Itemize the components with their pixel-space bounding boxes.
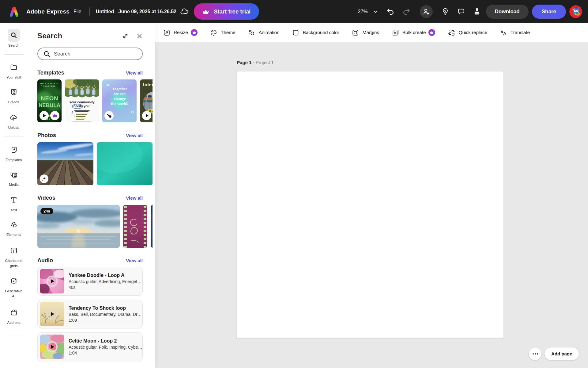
margins-icon — [352, 29, 360, 36]
rail-item-brands[interactable]: Brands — [0, 86, 28, 105]
undo-button[interactable] — [386, 7, 395, 16]
audio-view-all-link[interactable]: View all — [126, 258, 143, 263]
rail-item-generative-ai[interactable]: Generative AI — [0, 274, 28, 299]
rail-divider — [4, 334, 24, 334]
rail-item-your-stuff[interactable]: Your stuff — [0, 61, 28, 80]
document-title[interactable]: Untitled - June 09, 2025 at 16.26.52 — [96, 9, 176, 14]
trial-label: Start free trial — [214, 8, 251, 15]
template-card-interrail[interactable]: Interr Ber tr — [140, 79, 153, 122]
topbar-divider — [89, 8, 90, 16]
rail-item-upload[interactable]: Upload — [0, 111, 28, 130]
template-card-neon-nebula[interactable]: ONLY IN SELECT THEATERS NEON NEBULA CTOB… — [37, 79, 62, 122]
share-button[interactable]: Share — [532, 5, 566, 19]
toolbar-resize-button[interactable]: Resize — [163, 29, 198, 36]
rail-item-templates[interactable]: Templates — [0, 143, 28, 163]
rail-item-add-ons[interactable]: Add-ons — [0, 306, 28, 325]
toolbar-animation-button[interactable]: Animation — [248, 29, 280, 36]
search-input-icon — [43, 50, 51, 58]
rail-item-media[interactable]: Media — [0, 168, 28, 187]
video-card-seascape[interactable]: 24s — [37, 205, 120, 248]
audio-tags: Acoustic guitar, Advertising, Energet… — [69, 279, 141, 284]
download-button[interactable]: Download — [486, 5, 529, 19]
resize-icon — [163, 29, 171, 36]
invite-people-button[interactable] — [420, 5, 433, 18]
comments-button[interactable] — [457, 7, 466, 16]
video-card-blue[interactable] — [151, 205, 153, 248]
rail-item-search[interactable]: Search — [0, 29, 28, 48]
crown-icon — [202, 8, 210, 16]
chevron-down-icon — [373, 9, 378, 14]
audio-tags: Bass, Bell, Documentary, Drama, Dr… — [69, 312, 142, 317]
svg-text:NEBULA: NEBULA — [39, 102, 60, 108]
animated-template-badge — [104, 111, 114, 120]
toolbar-bulk-create-button[interactable]: Bulk create — [391, 29, 435, 36]
templates-icon — [8, 143, 20, 156]
toolbar-margins-button[interactable]: Margins — [352, 29, 379, 36]
file-menu[interactable]: File — [74, 9, 81, 14]
videos-view-all-link[interactable]: View all — [126, 195, 143, 201]
video-play-badge — [40, 111, 49, 120]
generative-badge — [40, 174, 48, 183]
audio-play-button[interactable] — [46, 341, 58, 353]
rail-divider — [4, 136, 24, 136]
beta-flask-button[interactable] — [473, 7, 482, 16]
audio-play-button[interactable] — [46, 308, 58, 320]
audio-duration: 1:09 — [69, 318, 142, 323]
photo-card-deck[interactable] — [37, 142, 93, 185]
redo-button[interactable] — [402, 7, 411, 16]
adobe-express-logo[interactable] — [9, 6, 20, 17]
videos-section-title: Videos — [37, 195, 55, 201]
zoom-control[interactable]: 27% — [358, 9, 378, 14]
svg-text:“: “ — [106, 83, 109, 90]
rail-item-text[interactable]: Text — [0, 194, 28, 213]
audio-thumbnail — [40, 335, 64, 359]
svg-text:change: change — [114, 96, 126, 101]
toolbar-theme-button[interactable]: Theme — [210, 29, 236, 36]
expand-panel-icon[interactable] — [122, 33, 129, 39]
toolbar-background-color-button[interactable]: Background color — [292, 29, 339, 36]
svg-text:the world!: the world! — [111, 101, 128, 106]
cloud-sync-icon[interactable] — [179, 7, 189, 17]
audio-card[interactable]: Celtic Moon - Loop 2 Acoustic guitar, Fo… — [37, 332, 143, 361]
audio-list: Yankee Doodle - Loop A Acoustic guitar, … — [37, 267, 143, 365]
start-free-trial-button[interactable]: Start free trial — [194, 3, 259, 20]
close-panel-icon[interactable] — [136, 33, 143, 39]
rail-item-charts[interactable]: Charts and grids — [0, 244, 28, 268]
account-avatar[interactable] — [569, 5, 582, 18]
canvas-toolbar: Resize Theme Anim — [153, 23, 588, 42]
templates-view-all-link[interactable]: View all — [126, 70, 143, 75]
template-card-community[interactable]: Your community needs you! — [65, 79, 99, 122]
photos-view-all-link[interactable]: View all — [126, 133, 143, 138]
panel-title: Search — [37, 32, 62, 40]
audio-thumbnail — [40, 302, 64, 326]
add-page-button[interactable]: Add page — [545, 347, 579, 360]
photo-card-teal[interactable] — [97, 142, 153, 185]
premium-template-badge — [50, 111, 59, 120]
premium-crown-badge — [191, 29, 198, 36]
add-ons-icon — [8, 306, 20, 319]
search-input-box[interactable] — [37, 48, 143, 60]
page-label: Page 1 - Project 1 — [237, 60, 274, 65]
ideas-button[interactable] — [441, 7, 450, 16]
template-card-together[interactable]: “ Together we can change the world! ” — [102, 79, 137, 122]
search-input[interactable] — [54, 51, 130, 57]
app-name: Adobe Express — [26, 8, 70, 15]
rail-item-elements[interactable]: Elements — [0, 218, 28, 237]
toolbar-translate-button[interactable]: Translate — [499, 29, 530, 36]
audio-card[interactable]: Tendency To Shock loop Bass, Bell, Docum… — [37, 300, 143, 328]
svg-text:Interr: Interr — [142, 82, 153, 87]
audio-play-button[interactable] — [46, 275, 58, 287]
video-duration-badge: 24s — [40, 208, 53, 214]
audio-title: Celtic Moon - Loop 2 — [69, 338, 142, 344]
elements-icon — [8, 218, 20, 231]
toolbar-quick-replace-button[interactable]: Quick replace — [447, 29, 487, 36]
video-card-filmstrip[interactable] — [123, 205, 147, 248]
design-page[interactable] — [237, 71, 503, 338]
folder-icon — [8, 61, 20, 74]
translate-icon — [499, 29, 507, 36]
audio-card[interactable]: Yankee Doodle - Loop A Acoustic guitar, … — [37, 267, 143, 296]
page-options-button[interactable] — [529, 347, 541, 360]
brands-icon — [8, 86, 20, 98]
templates-section-title: Templates — [37, 70, 64, 76]
top-bar: Adobe Express File Untitled - June 09, 2… — [0, 0, 588, 23]
